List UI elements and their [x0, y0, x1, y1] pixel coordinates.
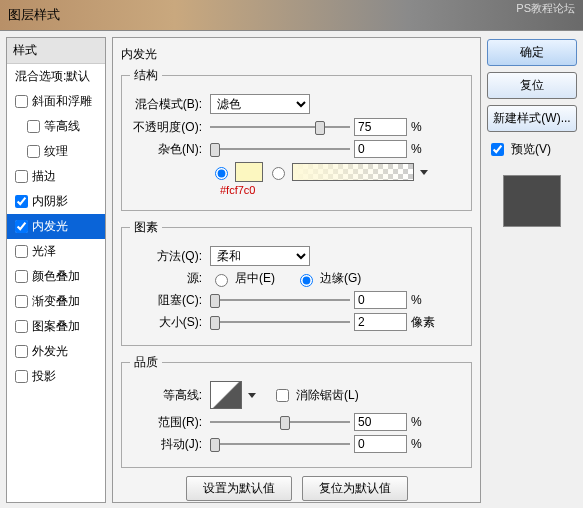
- style-pattern-overlay-check[interactable]: [15, 320, 28, 333]
- opacity-slider[interactable]: [210, 120, 350, 134]
- ok-button[interactable]: 确定: [487, 39, 577, 66]
- style-bevel-check[interactable]: [15, 95, 28, 108]
- jitter-slider[interactable]: [210, 437, 350, 451]
- antialias-label: 消除锯齿(L): [296, 387, 359, 404]
- blend-mode-select[interactable]: 滤色: [210, 94, 310, 114]
- style-outer-glow[interactable]: 外发光: [7, 339, 105, 364]
- size-input[interactable]: [354, 313, 407, 331]
- style-color-overlay-check[interactable]: [15, 270, 28, 283]
- reset-default-button[interactable]: 复位为默认值: [302, 476, 408, 501]
- style-pattern-overlay[interactable]: 图案叠加: [7, 314, 105, 339]
- style-gradient-overlay-check[interactable]: [15, 295, 28, 308]
- color-hex-note: #fcf7c0: [220, 184, 463, 196]
- blend-options-item[interactable]: 混合选项:默认: [7, 64, 105, 89]
- antialias-check[interactable]: [276, 389, 289, 402]
- style-inner-shadow[interactable]: 内阴影: [7, 189, 105, 214]
- source-edge-radio[interactable]: [300, 274, 313, 287]
- style-texture-check[interactable]: [27, 145, 40, 158]
- style-inner-shadow-check[interactable]: [15, 195, 28, 208]
- right-panel: 确定 复位 新建样式(W)... 预览(V): [487, 37, 577, 503]
- choke-label: 阻塞(C):: [130, 292, 206, 309]
- contour-caret-icon[interactable]: [248, 393, 256, 398]
- structure-legend: 结构: [130, 67, 162, 84]
- noise-input[interactable]: [354, 140, 407, 158]
- source-edge-label: 边缘(G): [320, 270, 361, 287]
- style-stroke[interactable]: 描边: [7, 164, 105, 189]
- style-bevel[interactable]: 斜面和浮雕: [7, 89, 105, 114]
- jitter-label: 抖动(J):: [130, 436, 206, 453]
- style-gradient-overlay[interactable]: 渐变叠加: [7, 289, 105, 314]
- technique-label: 方法(Q):: [130, 248, 206, 265]
- styles-sidebar: 样式 混合选项:默认 斜面和浮雕 等高线 纹理 描边 内阴影 内发光 光泽 颜色…: [6, 37, 106, 503]
- titlebar[interactable]: 图层样式 PS教程论坛: [0, 0, 583, 31]
- blend-mode-label: 混合模式(B):: [130, 96, 206, 113]
- style-drop-shadow[interactable]: 投影: [7, 364, 105, 389]
- noise-unit: %: [411, 142, 441, 156]
- choke-input[interactable]: [354, 291, 407, 309]
- preview-toggle[interactable]: 预览(V): [487, 140, 577, 159]
- range-label: 范围(R):: [130, 414, 206, 431]
- quality-group: 品质 等高线: 消除锯齿(L) 范围(R): % 抖动(J):: [121, 354, 472, 468]
- elements-group: 图素 方法(Q): 柔和 源: 居中(E) 边缘(G) 阻塞(C):: [121, 219, 472, 346]
- cancel-button[interactable]: 复位: [487, 72, 577, 99]
- range-unit: %: [411, 415, 441, 429]
- sidebar-header: 样式: [7, 38, 105, 64]
- gradient-radio[interactable]: [272, 167, 285, 180]
- size-slider[interactable]: [210, 315, 350, 329]
- window-title: 图层样式: [8, 6, 60, 24]
- preview-check[interactable]: [491, 143, 504, 156]
- dialog-body: 样式 混合选项:默认 斜面和浮雕 等高线 纹理 描边 内阴影 内发光 光泽 颜色…: [0, 31, 583, 508]
- style-texture[interactable]: 纹理: [7, 139, 105, 164]
- quality-legend: 品质: [130, 354, 162, 371]
- opacity-label: 不透明度(O):: [130, 119, 206, 136]
- noise-label: 杂色(N):: [130, 141, 206, 158]
- style-inner-glow[interactable]: 内发光: [7, 214, 105, 239]
- preview-label: 预览(V): [511, 141, 551, 158]
- source-label: 源:: [130, 270, 206, 287]
- default-buttons: 设置为默认值 复位为默认值: [121, 476, 472, 501]
- jitter-unit: %: [411, 437, 441, 451]
- style-color-overlay[interactable]: 颜色叠加: [7, 264, 105, 289]
- source-center-label: 居中(E): [235, 270, 275, 287]
- contour-label: 等高线:: [130, 387, 206, 404]
- layer-style-dialog: 图层样式 PS教程论坛 样式 混合选项:默认 斜面和浮雕 等高线 纹理 描边 内…: [0, 0, 583, 508]
- new-style-button[interactable]: 新建样式(W)...: [487, 105, 577, 132]
- range-slider[interactable]: [210, 415, 350, 429]
- style-stroke-check[interactable]: [15, 170, 28, 183]
- structure-group: 结构 混合模式(B): 滤色 不透明度(O): % 杂色(N): %: [121, 67, 472, 211]
- style-contour[interactable]: 等高线: [7, 114, 105, 139]
- elements-legend: 图素: [130, 219, 162, 236]
- jitter-input[interactable]: [354, 435, 407, 453]
- choke-unit: %: [411, 293, 441, 307]
- range-input[interactable]: [354, 413, 407, 431]
- watermark: PS教程论坛: [516, 2, 575, 14]
- style-inner-glow-check[interactable]: [15, 220, 28, 233]
- color-swatch[interactable]: [235, 162, 263, 182]
- style-satin-check[interactable]: [15, 245, 28, 258]
- opacity-unit: %: [411, 120, 441, 134]
- style-contour-check[interactable]: [27, 120, 40, 133]
- contour-picker[interactable]: [210, 381, 242, 409]
- noise-slider[interactable]: [210, 142, 350, 156]
- preview-swatch: [503, 175, 561, 227]
- set-default-button[interactable]: 设置为默认值: [186, 476, 292, 501]
- style-outer-glow-check[interactable]: [15, 345, 28, 358]
- color-radio[interactable]: [215, 167, 228, 180]
- size-unit: 像素: [411, 314, 441, 331]
- technique-select[interactable]: 柔和: [210, 246, 310, 266]
- style-satin[interactable]: 光泽: [7, 239, 105, 264]
- gradient-preview[interactable]: [292, 163, 414, 181]
- opacity-input[interactable]: [354, 118, 407, 136]
- size-label: 大小(S):: [130, 314, 206, 331]
- main-panel: 内发光 结构 混合模式(B): 滤色 不透明度(O): % 杂色(N):: [112, 37, 481, 503]
- source-center-radio[interactable]: [215, 274, 228, 287]
- style-list: 斜面和浮雕 等高线 纹理 描边 内阴影 内发光 光泽 颜色叠加 渐变叠加 图案叠…: [7, 89, 105, 389]
- panel-title: 内发光: [121, 46, 472, 63]
- gradient-caret-icon[interactable]: [420, 170, 428, 175]
- style-drop-shadow-check[interactable]: [15, 370, 28, 383]
- choke-slider[interactable]: [210, 293, 350, 307]
